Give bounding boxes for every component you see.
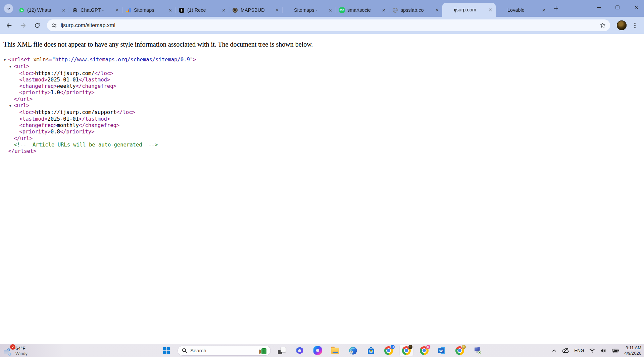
plus-icon (554, 6, 558, 11)
tab-favicon-icon (179, 7, 185, 13)
xml-line: <loc>https://ijsurp.com/support</loc> (0, 109, 644, 116)
wifi-button[interactable] (589, 346, 595, 356)
collapse-arrow-icon[interactable]: ▼ (4, 57, 8, 63)
browser-tab[interactable]: (12) Whats (15, 3, 69, 17)
url-text[interactable]: ijsurp.com/sitemap.xml (61, 22, 599, 28)
clock-date: 4/9/2026 (624, 351, 641, 356)
tab-title: ChatGPT - (81, 7, 114, 13)
address-bar[interactable]: ijsurp.com/sitemap.xml (47, 19, 610, 31)
battery-button[interactable] (612, 346, 619, 356)
browser-tab-strip: (12) Whats ChatGPT - Sitemaps (1) Rece M… (0, 0, 644, 17)
svg-text:W: W (439, 349, 443, 353)
browser-tab[interactable]: spsslab.co (389, 3, 442, 17)
edge-button[interactable] (346, 345, 360, 356)
browser-tab[interactable]: SSD smartsocie (336, 3, 389, 17)
tab-title: MAPSBUD (241, 7, 274, 13)
bookmark-star-icon[interactable] (599, 22, 606, 29)
task-view-button[interactable] (275, 345, 289, 356)
word-button[interactable]: W (435, 345, 449, 356)
xml-line: </urlset> (0, 148, 644, 155)
tab-close-icon[interactable] (541, 7, 547, 13)
chrome-profile-gold-button[interactable] (453, 345, 466, 356)
chrome-profile-dark-button[interactable] (400, 345, 413, 356)
chrome-profile-badge: D (390, 345, 395, 349)
xml-line: </url> (0, 96, 644, 103)
back-button[interactable] (3, 19, 15, 32)
browser-tab[interactable]: Sitemaps (122, 3, 176, 17)
tab-title: smartsocie (347, 7, 381, 13)
chrome-profile-blue-button[interactable]: D (382, 345, 395, 356)
tab-close-icon[interactable] (114, 7, 120, 13)
browser-tab[interactable]: MAPSBUD (229, 3, 282, 17)
xml-line: <priority>0.8</priority> (0, 129, 644, 135)
task-view-icon (278, 347, 286, 355)
browser-tab[interactable]: Sitemaps - (282, 3, 336, 17)
copilot-button[interactable] (311, 345, 324, 356)
edge-icon (349, 346, 357, 355)
forward-arrow-icon (20, 22, 27, 29)
chatgpt-icon (72, 7, 78, 13)
tab-close-icon[interactable] (434, 7, 440, 13)
chrome-profile-pink-button[interactable]: D (417, 345, 431, 356)
profile-avatar[interactable] (617, 20, 627, 30)
collapse-arrow-icon[interactable]: ▼ (9, 64, 14, 70)
tab-list: (12) Whats ChatGPT - Sitemaps (1) Rece M… (15, 0, 549, 17)
windy-weather-icon: 2 (3, 347, 13, 357)
tab-favicon-icon (72, 7, 78, 13)
tab-close-icon[interactable] (60, 7, 66, 13)
remote-desktop-button[interactable] (471, 345, 484, 356)
tab-close-icon[interactable] (167, 7, 173, 13)
window-controls (596, 0, 639, 15)
tab-favicon-icon (126, 7, 131, 13)
browser-tab[interactable]: Lovable (496, 3, 549, 17)
tab-search-button[interactable] (4, 4, 13, 13)
tab-close-icon[interactable] (327, 7, 333, 13)
tab-close-icon[interactable] (220, 7, 227, 13)
hidden-icons-button[interactable] (552, 346, 557, 356)
weather-widget[interactable]: 2 64°F Windy (3, 345, 28, 357)
back-arrow-icon (6, 22, 12, 29)
browser-tab[interactable]: ChatGPT - (69, 3, 122, 17)
xml-line: ▼<url> (0, 63, 644, 70)
new-tab-button[interactable] (551, 3, 561, 13)
xml-line: <loc>https://ijsurp.com/</loc> (0, 70, 644, 77)
xml-line: <changefreq>weekly</changefreq> (0, 83, 644, 90)
file-explorer-button[interactable] (329, 345, 342, 356)
tab-close-icon[interactable] (381, 7, 387, 13)
collapse-arrow-icon[interactable]: ▼ (9, 103, 14, 109)
weather-temperature: 64°F (15, 346, 28, 351)
m365-icon (296, 346, 304, 355)
window-minimize-button[interactable] (596, 4, 602, 10)
tab-favicon-icon (392, 7, 398, 13)
taskbar-search-box[interactable]: Search (178, 346, 271, 356)
browser-menu-button[interactable] (630, 20, 640, 31)
whatsapp-icon (19, 7, 24, 13)
m365-app-button[interactable] (293, 345, 306, 356)
window-close-button[interactable] (633, 4, 639, 10)
microsoft-store-button[interactable] (364, 345, 378, 356)
browser-tab[interactable]: (1) Rece (176, 3, 229, 17)
tab-favicon-icon: SSD (339, 7, 345, 13)
taskbar-clock[interactable]: 9:11 AM 4/9/2026 (624, 345, 641, 356)
tab-close-icon[interactable] (487, 7, 493, 13)
tab-close-icon[interactable] (274, 7, 280, 13)
forward-button[interactable] (17, 19, 30, 32)
reload-button[interactable] (31, 19, 44, 32)
language-indicator[interactable]: ENG (574, 348, 584, 353)
volume-button[interactable] (600, 346, 607, 356)
browser-toolbar: ijsurp.com/sitemap.xml (0, 17, 644, 34)
word-icon: W (438, 346, 446, 355)
smartsociety-icon: SSD (339, 7, 345, 13)
tab-favicon-icon (232, 7, 238, 13)
site-settings-icon[interactable] (51, 22, 57, 28)
mapsbuddy-icon (232, 7, 238, 13)
onedrive-paused-button[interactable] (562, 346, 569, 356)
window-maximize-button[interactable] (614, 4, 621, 10)
start-button[interactable] (160, 345, 173, 356)
chevron-down-icon (7, 7, 11, 11)
remote-desktop-icon (473, 346, 482, 355)
browser-tab[interactable]: ijsurp.com (442, 3, 496, 17)
search-highlight-golf-icon[interactable] (258, 347, 268, 355)
microsoft-store-icon (367, 346, 375, 355)
tab-title: Sitemaps - (294, 7, 327, 13)
